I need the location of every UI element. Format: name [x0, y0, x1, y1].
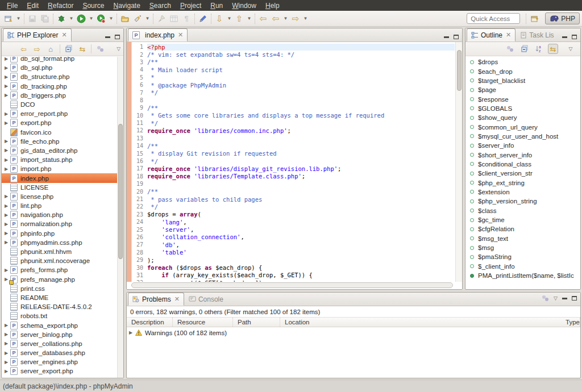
close-icon[interactable]: ✕	[178, 31, 183, 39]
tree-item[interactable]: import.php	[2, 164, 117, 173]
expand-arrow-icon[interactable]	[5, 351, 10, 356]
tree-item[interactable]: db_sql_format.php	[2, 57, 117, 63]
tree-item[interactable]: DCO	[2, 100, 117, 109]
outline-item[interactable]: $_client_info	[465, 262, 580, 271]
close-icon[interactable]: ✕	[61, 31, 66, 39]
outline-item[interactable]: $extension	[465, 187, 580, 197]
outline-item[interactable]: $target_blacklist	[465, 76, 580, 85]
minimize-icon[interactable]	[105, 36, 110, 38]
menu-item[interactable]: File	[2, 1, 22, 10]
tree-item[interactable]: phpunit.xml.hhvm	[2, 247, 117, 256]
code-line[interactable]: 8	[132, 97, 455, 104]
run-icon[interactable]	[75, 12, 88, 25]
code-line[interactable]: 31 if (array_key_exists($each_drop, $_GE…	[132, 272, 455, 279]
outline-item[interactable]: $short_server_info	[465, 150, 580, 159]
expand-arrow-icon[interactable]	[5, 332, 10, 337]
code-line[interactable]: 9 /**	[132, 104, 455, 111]
expand-arrow-icon[interactable]: ▶	[129, 330, 135, 335]
maximize-icon[interactable]	[572, 296, 577, 301]
outline-item[interactable]: $conditional_class	[465, 160, 580, 169]
expand-arrow-icon[interactable]	[5, 65, 10, 70]
code-line[interactable]: 20 /**	[132, 187, 455, 195]
tab-task-list[interactable]: Task Lis	[516, 28, 558, 41]
expand-arrow-icon[interactable]	[5, 194, 10, 199]
tab-outline[interactable]: Outline ✕	[467, 28, 516, 41]
tree-item[interactable]: file_echo.php	[2, 137, 117, 146]
focus-icon[interactable]	[542, 293, 549, 303]
code-line[interactable]: 26 'collation_connection',	[132, 233, 455, 241]
column-header[interactable]: Resource	[173, 318, 233, 327]
tree-item[interactable]: index.php	[2, 173, 117, 182]
code-line[interactable]: 13	[132, 135, 455, 142]
code-line[interactable]: 4 * Main loader script	[132, 66, 455, 73]
forward-dropdown-icon[interactable]: ▼	[302, 12, 309, 25]
code-line[interactable]: 22 */	[132, 203, 455, 210]
outline-item[interactable]: $msg	[465, 243, 580, 252]
editor-vertical-scrollbar[interactable]	[455, 42, 462, 282]
back-dropdown-icon[interactable]: ▼	[282, 12, 289, 25]
code-line[interactable]: 7 */	[132, 89, 455, 96]
tree-item[interactable]: prefs_manage.php	[2, 275, 117, 284]
link-with-editor-icon[interactable]: ⇆	[548, 44, 558, 54]
tree-item[interactable]: server_binlog.php	[2, 330, 117, 339]
close-icon[interactable]: ✕	[174, 295, 180, 303]
menu-item[interactable]: Help	[261, 1, 284, 10]
tree-item[interactable]: README	[2, 293, 117, 302]
tab-index-php[interactable]: index.php ✕	[128, 28, 188, 41]
editor-horizontal-scrollbar[interactable]	[131, 282, 453, 288]
menu-item[interactable]: Project	[176, 1, 206, 10]
column-header[interactable]: Description	[127, 318, 173, 327]
outline-item[interactable]: $php_ext_string	[465, 178, 580, 187]
tree-item[interactable]: schema_export.php	[2, 320, 117, 330]
close-icon[interactable]: ✕	[506, 31, 511, 39]
view-menu-icon[interactable]: ▽	[566, 44, 576, 54]
scrollbar-thumb[interactable]	[457, 50, 462, 91]
tab-console[interactable]: Console	[184, 293, 228, 306]
debug-dropdown-icon[interactable]: ▼	[68, 12, 75, 25]
code-line[interactable]: 28 'table'	[132, 249, 455, 256]
tree-item[interactable]: db_triggers.php	[2, 91, 117, 100]
tree-item[interactable]: favicon.ico	[2, 128, 117, 137]
tree-item[interactable]: license.php	[2, 192, 117, 201]
maximize-icon[interactable]	[115, 35, 120, 39]
last-edit-dropdown-icon[interactable]: ▼	[226, 12, 233, 25]
code-line[interactable]: 1 <?php	[132, 43, 455, 51]
menu-item[interactable]: Search	[145, 1, 176, 10]
column-header[interactable]: Path	[233, 318, 280, 327]
tab-php-explorer[interactable]: PHP Explorer ✕	[3, 28, 72, 41]
outline-item[interactable]: $client_version_str	[465, 169, 580, 178]
outline-item[interactable]: $msg_text	[465, 234, 580, 243]
outline-item[interactable]: $cfgRelation	[465, 224, 580, 233]
debug-icon[interactable]	[55, 12, 68, 25]
code-line[interactable]: 32 unset($_GET[$each_drop]);	[132, 279, 455, 282]
forward-icon[interactable]: ⇨	[289, 12, 302, 25]
tree-item[interactable]: phpinfo.php	[2, 229, 117, 238]
search-flashlight-icon[interactable]	[131, 12, 144, 25]
annotation-ruler[interactable]	[127, 42, 132, 282]
outline-item[interactable]: $response	[465, 94, 580, 103]
open-perspective-icon[interactable]	[528, 12, 541, 25]
tree-item[interactable]: db_tracking.php	[2, 82, 117, 91]
outline-item[interactable]: $gc_time	[465, 215, 580, 224]
forward-icon[interactable]: ⇨	[32, 44, 42, 54]
code-line[interactable]: 27 'db',	[132, 241, 455, 248]
open-folder-icon[interactable]	[119, 12, 131, 25]
link-with-editor-icon[interactable]: ⇆	[77, 44, 87, 54]
tree-item[interactable]: server_export.php	[2, 366, 117, 376]
expand-arrow-icon[interactable]	[5, 341, 10, 346]
expand-arrow-icon[interactable]	[5, 120, 10, 126]
problems-group-row[interactable]: ▶ Warnings (100 of 182 items)	[127, 327, 580, 338]
expand-arrow-icon[interactable]	[5, 268, 10, 273]
tree-item[interactable]: export.php	[2, 118, 117, 127]
expand-arrow-icon[interactable]	[5, 231, 10, 236]
outline-item[interactable]: $drops	[465, 57, 580, 66]
back-to-icon[interactable]: ⇦	[257, 12, 269, 25]
back-icon[interactable]: ⇦	[269, 12, 282, 25]
code-line[interactable]: 16 */	[132, 157, 455, 165]
save-icon[interactable]	[26, 12, 39, 25]
column-header[interactable]: Type	[561, 318, 580, 327]
expand-arrow-icon[interactable]	[5, 74, 10, 80]
view-menu-icon[interactable]: ▽	[114, 44, 123, 54]
expand-arrow-icon[interactable]	[5, 166, 10, 172]
collapse-all-icon[interactable]	[519, 44, 530, 54]
